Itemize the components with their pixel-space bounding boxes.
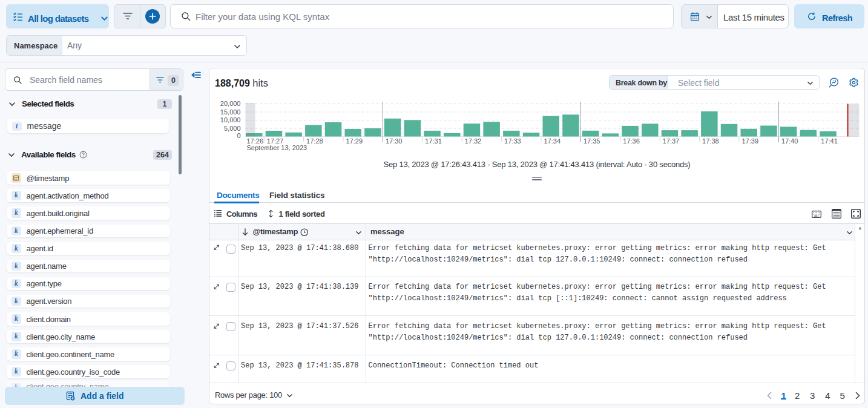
svg-text:17:30: 17:30 — [386, 137, 403, 145]
svg-text:5,000: 5,000 — [224, 125, 241, 132]
svg-text:15,000: 15,000 — [220, 108, 241, 116]
svg-text:17:39: 17:39 — [742, 137, 759, 145]
svg-text:17:37: 17:37 — [663, 137, 680, 145]
svg-text:17:34: 17:34 — [544, 137, 561, 145]
svg-text:17:35: 17:35 — [584, 137, 600, 145]
svg-text:0: 0 — [237, 132, 240, 139]
svg-text:17:38: 17:38 — [702, 137, 719, 145]
svg-text:10,000: 10,000 — [220, 116, 241, 123]
svg-text:17:28: 17:28 — [306, 137, 323, 145]
svg-text:17:33: 17:33 — [504, 137, 521, 145]
svg-text:17:41: 17:41 — [821, 137, 838, 145]
svg-text:17:32: 17:32 — [465, 137, 482, 145]
svg-text:17:36: 17:36 — [623, 137, 640, 145]
svg-text:September 13, 2023: September 13, 2023 — [247, 144, 307, 151]
svg-text:17:31: 17:31 — [425, 137, 442, 145]
svg-text:17:40: 17:40 — [781, 137, 798, 145]
svg-text:17:29: 17:29 — [346, 137, 363, 145]
svg-text:20,000: 20,000 — [220, 100, 241, 107]
